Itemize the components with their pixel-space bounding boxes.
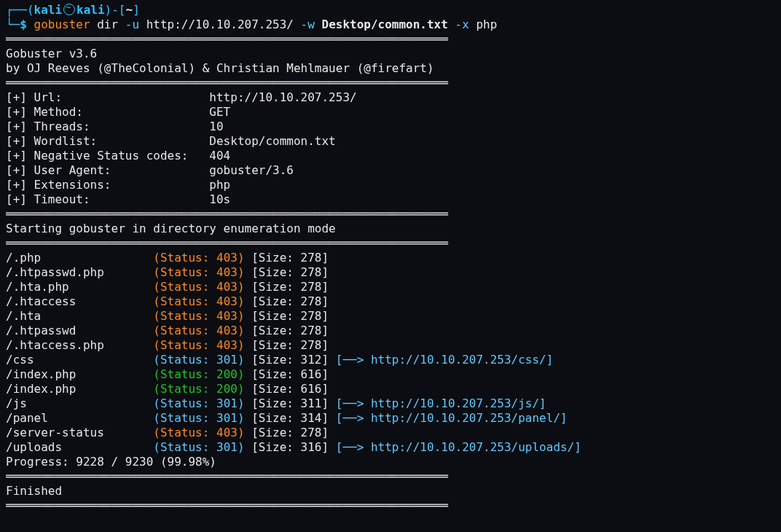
divider: ════════════════════════════════════════… [6, 236, 775, 251]
result-line: /panel (Status: 301) [Size: 314] [──> ht… [6, 411, 775, 426]
result-line: /.htaccess.php (Status: 403) [Size: 278] [6, 338, 775, 353]
results-block: /.php (Status: 403) [Size: 278]/.htpassw… [6, 251, 775, 455]
kali-skull-icon [63, 4, 75, 15]
config-line: [+] Wordlist: Desktop/common.txt [6, 134, 775, 149]
starting-message: Starting gobuster in directory enumerati… [6, 222, 775, 236]
redirect-url: [──> http://10.10.207.253/css/] [336, 353, 554, 367]
config-line: [+] User Agent: gobuster/3.6 [6, 163, 775, 178]
config-block: [+] Url: http://10.10.207.253/[+] Method… [6, 90, 775, 207]
result-line: /.htaccess (Status: 403) [Size: 278] [6, 294, 775, 309]
config-line: [+] Method: GET [6, 105, 775, 120]
command-name: gobuster [34, 17, 90, 31]
result-line: /.htpasswd.php (Status: 403) [Size: 278] [6, 265, 775, 280]
redirect-url: [──> http://10.10.207.253/js/] [336, 396, 546, 410]
divider: ════════════════════════════════════════… [6, 32, 775, 47]
terminal[interactable]: ┌──(kalikali)-[~] └─$ gobuster dir -u ht… [0, 0, 781, 516]
result-line: /.php (Status: 403) [Size: 278] [6, 251, 775, 265]
redirect-url: [──> http://10.10.207.253/uploads/] [336, 440, 581, 454]
result-line: /.hta (Status: 403) [Size: 278] [6, 309, 775, 324]
divider: ════════════════════════════════════════… [6, 207, 775, 222]
prompt-line-2: └─$ gobuster dir -u http://10.10.207.253… [6, 17, 775, 32]
config-line: [+] Negative Status codes: 404 [6, 149, 775, 163]
config-line: [+] Timeout: 10s [6, 192, 775, 207]
progress-line: Progress: 9228 / 9230 (99.98%) [6, 455, 775, 469]
result-line: /.hta.php (Status: 403) [Size: 278] [6, 280, 775, 294]
divider: ════════════════════════════════════════… [6, 498, 775, 513]
finished-line: Finished [6, 484, 775, 498]
result-line: /css (Status: 301) [Size: 312] [──> http… [6, 353, 775, 367]
config-line: [+] Threads: 10 [6, 120, 775, 134]
config-line: [+] Url: http://10.10.207.253/ [6, 90, 775, 105]
result-line: /server-status (Status: 403) [Size: 278] [6, 426, 775, 440]
result-line: /js (Status: 301) [Size: 311] [──> http:… [6, 396, 775, 411]
config-line: [+] Extensions: php [6, 178, 775, 192]
divider: ════════════════════════════════════════… [6, 76, 775, 90]
prompt-line-1: ┌──(kalikali)-[~] [6, 3, 775, 17]
divider: ════════════════════════════════════════… [6, 469, 775, 484]
result-line: /index.php (Status: 200) [Size: 616] [6, 367, 775, 382]
redirect-url: [──> http://10.10.207.253/panel/] [336, 411, 568, 425]
banner-version: Gobuster v3.6 [6, 47, 775, 61]
result-line: /index.php (Status: 200) [Size: 616] [6, 382, 775, 396]
banner-authors: by OJ Reeves (@TheColonial) & Christian … [6, 61, 775, 76]
result-line: /uploads (Status: 301) [Size: 316] [──> … [6, 440, 775, 455]
result-line: /.htpasswd (Status: 403) [Size: 278] [6, 324, 775, 338]
